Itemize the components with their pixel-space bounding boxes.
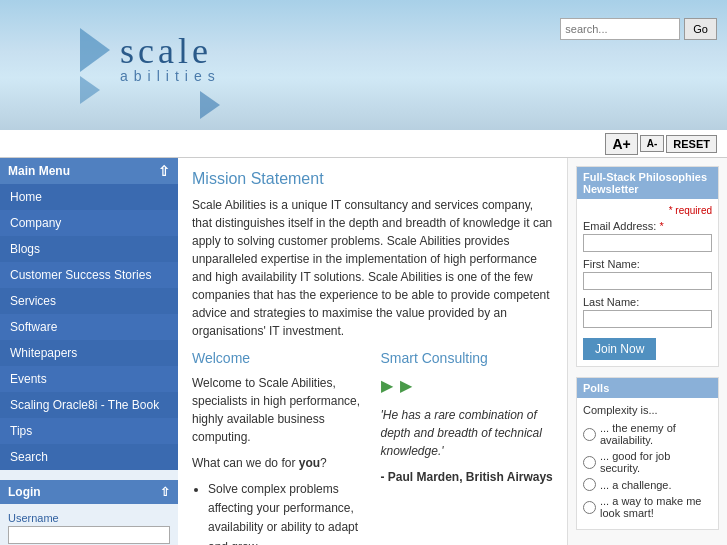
login-collapse-icon[interactable]: ⇧ [160, 485, 170, 499]
sidebar-item-software[interactable]: Software [0, 314, 178, 340]
poll-option-3-text: ... a challenge. [600, 479, 672, 491]
sidebar-item-blogs[interactable]: Blogs [0, 236, 178, 262]
firstname-label: First Name: [583, 258, 712, 270]
firstname-field-group: First Name: [583, 258, 712, 290]
sidebar-item-services[interactable]: Services [0, 288, 178, 314]
sidebar: Main Menu ⇧ Home Company Blogs Customer … [0, 158, 178, 545]
sidebar-item-oracle-book[interactable]: Scaling Oracle8i - The Book [0, 392, 178, 418]
welcome-bullets: Solve complex problems affecting your pe… [192, 480, 365, 545]
polls-body: Complexity is... ... the enemy of availa… [577, 398, 718, 529]
email-input[interactable] [583, 234, 712, 252]
smart-quote: 'He has a rare combination of depth and … [381, 406, 554, 460]
poll-option-2-text: ... good for job security. [600, 450, 712, 474]
search-button[interactable]: Go [684, 18, 717, 40]
poll-option-3: ... a challenge. [583, 478, 712, 491]
font-reset-button[interactable]: RESET [666, 135, 717, 153]
mission-title: Mission Statement [192, 170, 553, 188]
poll-radio-3[interactable] [583, 478, 596, 491]
required-note: * required [583, 205, 712, 216]
login-label: Login [8, 485, 41, 499]
poll-option-1: ... the enemy of availability. [583, 422, 712, 446]
content-area: Mission Statement Scale Abilities is a u… [178, 158, 567, 545]
newsletter-body: * required Email Address: * First Name: … [577, 199, 718, 366]
welcome-question: What can we do for you? [192, 454, 365, 472]
poll-radio-4[interactable] [583, 501, 596, 514]
main-menu-section: Main Menu ⇧ Home Company Blogs Customer … [0, 158, 178, 470]
lastname-input[interactable] [583, 310, 712, 328]
main-menu-label: Main Menu [8, 164, 70, 178]
nav-bar: A+ A- RESET [0, 130, 727, 158]
newsletter-section: Full-Stack Philosophies Newsletter * req… [576, 166, 719, 367]
sidebar-item-whitepapers[interactable]: Whitepapers [0, 340, 178, 366]
bottom-triangle [200, 91, 220, 122]
mission-body: Scale Abilities is a unique IT consultan… [192, 196, 553, 340]
username-label: Username [8, 512, 170, 524]
firstname-input[interactable] [583, 272, 712, 290]
lastname-label: Last Name: [583, 296, 712, 308]
main-layout: Main Menu ⇧ Home Company Blogs Customer … [0, 158, 727, 545]
poll-radio-2[interactable] [583, 456, 596, 469]
lastname-field-group: Last Name: [583, 296, 712, 328]
sidebar-item-home[interactable]: Home [0, 184, 178, 210]
welcome-column: Welcome Welcome to Scale Abilities, spec… [192, 350, 365, 545]
font-decrease-button[interactable]: A- [640, 135, 665, 152]
triangle-bottom-icon [80, 76, 100, 104]
poll-option-1-text: ... the enemy of availability. [600, 422, 712, 446]
font-increase-button[interactable]: A+ [605, 133, 637, 155]
logo-scale: scale [120, 30, 221, 72]
sidebar-item-company[interactable]: Company [0, 210, 178, 236]
header-logo: scale abilities [120, 30, 221, 84]
email-required-star: * [659, 220, 663, 232]
sidebar-item-tips[interactable]: Tips [0, 418, 178, 444]
join-now-button[interactable]: Join Now [583, 338, 656, 360]
poll-option-4: ... a way to make me look smart! [583, 495, 712, 519]
username-input[interactable] [8, 526, 170, 544]
poll-radio-1[interactable] [583, 428, 596, 441]
content-columns: Welcome Welcome to Scale Abilities, spec… [192, 350, 553, 545]
smart-consulting-column: Smart Consulting ▶ ▶ 'He has a rare comb… [381, 350, 554, 545]
main-menu-header: Main Menu ⇧ [0, 158, 178, 184]
arrow-right-icon: ▶ [400, 377, 412, 394]
email-label: Email Address: * [583, 220, 712, 232]
header: scale abilities Go [0, 0, 727, 130]
login-header: Login ⇧ [0, 480, 178, 504]
sidebar-item-events[interactable]: Events [0, 366, 178, 392]
logo-triangles [80, 28, 110, 104]
sidebar-item-customer-success[interactable]: Customer Success Stories [0, 262, 178, 288]
right-panel: Full-Stack Philosophies Newsletter * req… [567, 158, 727, 545]
newsletter-header: Full-Stack Philosophies Newsletter [577, 167, 718, 199]
bottom-play-icon [200, 91, 220, 119]
welcome-body: Welcome to Scale Abilities, specialists … [192, 374, 365, 446]
triangle-top-icon [80, 28, 110, 72]
smart-author: - Paul Marden, British Airways [381, 468, 554, 486]
login-body: Username Password [0, 504, 178, 545]
smart-arrow: ▶ ▶ [381, 374, 554, 398]
poll-option-2: ... good for job security. [583, 450, 712, 474]
bullet-item-1: Solve complex problems affecting your pe… [208, 480, 365, 545]
welcome-bold: you [299, 456, 320, 470]
login-section: Login ⇧ Username Password [0, 480, 178, 545]
sidebar-item-search[interactable]: Search [0, 444, 178, 470]
collapse-icon[interactable]: ⇧ [158, 163, 170, 179]
polls-question: Complexity is... [583, 404, 712, 416]
search-bar: Go [560, 18, 717, 40]
polls-section: Polls Complexity is... ... the enemy of … [576, 377, 719, 530]
poll-option-4-text: ... a way to make me look smart! [600, 495, 712, 519]
logo-abilities: abilities [120, 68, 221, 84]
email-field-group: Email Address: * [583, 220, 712, 252]
smart-title: Smart Consulting [381, 350, 554, 366]
arrow-left-icon: ▶ [381, 377, 393, 394]
polls-header: Polls [577, 378, 718, 398]
search-input[interactable] [560, 18, 680, 40]
welcome-title: Welcome [192, 350, 365, 366]
